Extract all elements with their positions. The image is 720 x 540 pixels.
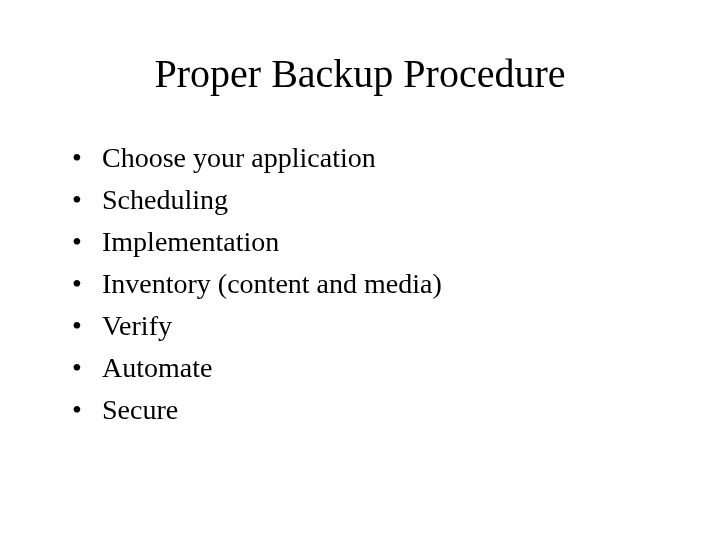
list-item: • Choose your application (72, 137, 720, 179)
bullet-list: • Choose your application • Scheduling •… (0, 137, 720, 431)
list-item: • Scheduling (72, 179, 720, 221)
bullet-icon: • (72, 305, 102, 347)
slide: Proper Backup Procedure • Choose your ap… (0, 0, 720, 540)
list-item: • Verify (72, 305, 720, 347)
bullet-icon: • (72, 221, 102, 263)
bullet-icon: • (72, 263, 102, 305)
bullet-icon: • (72, 389, 102, 431)
list-item-text: Automate (102, 347, 720, 389)
list-item-text: Implementation (102, 221, 720, 263)
bullet-icon: • (72, 179, 102, 221)
list-item-text: Verify (102, 305, 720, 347)
list-item: • Secure (72, 389, 720, 431)
list-item-text: Choose your application (102, 137, 720, 179)
list-item-text: Scheduling (102, 179, 720, 221)
list-item-text: Inventory (content and media) (102, 263, 720, 305)
list-item: • Inventory (content and media) (72, 263, 720, 305)
list-item-text: Secure (102, 389, 720, 431)
bullet-icon: • (72, 347, 102, 389)
list-item: • Implementation (72, 221, 720, 263)
slide-title: Proper Backup Procedure (0, 50, 720, 97)
bullet-icon: • (72, 137, 102, 179)
list-item: • Automate (72, 347, 720, 389)
